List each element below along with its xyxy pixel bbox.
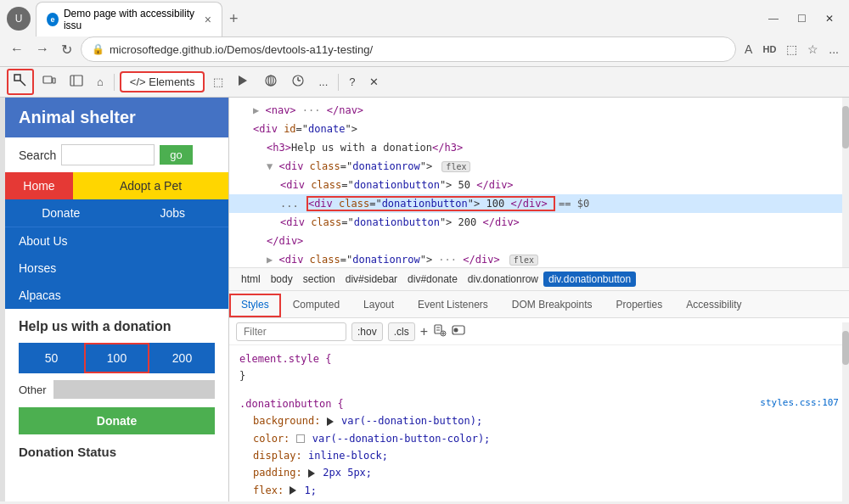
add-style-icon[interactable]: + bbox=[420, 324, 428, 339]
nav-alpacas-item[interactable]: Alpacas bbox=[5, 282, 228, 309]
filter-row: :hov .cls + bbox=[229, 318, 849, 345]
more-button[interactable]: ... bbox=[825, 39, 842, 59]
padding-triangle[interactable] bbox=[308, 469, 315, 478]
flex-triangle[interactable] bbox=[290, 486, 296, 495]
tab-layout[interactable]: Layout bbox=[351, 294, 406, 317]
breadcrumb-section[interactable]: section bbox=[298, 272, 340, 287]
styles-scrollbar-thumb[interactable] bbox=[842, 331, 849, 365]
tab-event-listeners[interactable]: Event Listeners bbox=[406, 294, 500, 317]
html-tree-scrollbar[interactable] bbox=[842, 98, 849, 267]
breadcrumb-div-donationbutton[interactable]: div.donationbutton bbox=[543, 272, 636, 287]
search-bar: Home Search go bbox=[5, 137, 228, 172]
inspect-element-button[interactable] bbox=[7, 69, 34, 95]
donation-100-button[interactable]: 100 bbox=[84, 343, 149, 373]
browser-chrome: U e Demo page with accessibility issu × … bbox=[0, 0, 849, 67]
maximize-button[interactable]: ☐ bbox=[789, 9, 815, 28]
new-tab-button[interactable]: + bbox=[222, 7, 245, 31]
filter-hov-btn[interactable]: :hov bbox=[351, 322, 383, 341]
devtools-panel: ▶ <nav> ··· </nav> <div id="donate"> <h3… bbox=[229, 98, 849, 501]
forward-button[interactable]: → bbox=[32, 38, 53, 60]
tree-line-nav[interactable]: ▶ <nav> ··· </nav> bbox=[229, 101, 849, 120]
tab-close-icon[interactable]: × bbox=[205, 13, 211, 26]
profile-icon[interactable]: U bbox=[7, 7, 31, 31]
breadcrumb-html[interactable]: html bbox=[236, 272, 266, 287]
tree-line-btn-200[interactable]: <div class="donationbutton"> 200 </div> bbox=[229, 213, 849, 232]
network-button[interactable] bbox=[259, 70, 283, 93]
new-style-rule-icon[interactable] bbox=[433, 323, 447, 339]
tab-styles[interactable]: Styles bbox=[229, 294, 281, 317]
css-prop-background: background: var(--donation-button); bbox=[239, 412, 839, 429]
resize-handle[interactable] bbox=[0, 98, 5, 501]
back-button[interactable]: ← bbox=[7, 38, 27, 60]
filter-input[interactable] bbox=[236, 322, 346, 341]
inspect-icon bbox=[14, 74, 27, 87]
dt-separator-2 bbox=[338, 74, 339, 91]
tree-line-btn-100[interactable]: ... <div class="donationbutton"> 100 </d… bbox=[229, 194, 849, 213]
help-button[interactable]: ? bbox=[344, 72, 360, 92]
minimize-button[interactable]: — bbox=[760, 9, 787, 28]
other-input[interactable] bbox=[53, 380, 215, 399]
nav-bar: ← → ↻ 🔒 microsoftedge.github.io/Demos/de… bbox=[0, 32, 849, 66]
tree-line-donationrow-2[interactable]: ▶ <div class="donationrow"> ··· </div> f… bbox=[229, 250, 849, 267]
home-button[interactable]: ⌂ bbox=[92, 72, 109, 92]
nav-about-item[interactable]: About Us bbox=[5, 227, 228, 255]
toggle-all-classes-icon[interactable] bbox=[452, 323, 465, 339]
cast-button[interactable]: ⬚ bbox=[783, 39, 801, 59]
hd-button[interactable]: HD bbox=[759, 41, 779, 58]
console-button[interactable]: ⬚ bbox=[208, 72, 228, 92]
background-triangle[interactable] bbox=[327, 417, 334, 426]
css-prop-text-align: text-align: center; bbox=[239, 499, 839, 501]
tree-line-close-div[interactable]: </div> bbox=[229, 232, 849, 250]
active-tab[interactable]: e Demo page with accessibility issu × bbox=[36, 2, 222, 36]
sidebar-button[interactable] bbox=[65, 70, 88, 93]
breadcrumb-div-donationrow[interactable]: div.donationrow bbox=[463, 272, 543, 287]
close-button[interactable]: ✕ bbox=[817, 9, 842, 28]
breadcrumb-div-sidebar[interactable]: div#sidebar bbox=[340, 272, 402, 287]
color-swatch[interactable] bbox=[296, 434, 305, 443]
donation-50-button[interactable]: 50 bbox=[19, 343, 84, 373]
breadcrumb-div-donate[interactable]: div#donate bbox=[402, 272, 463, 287]
device-toolbar-button[interactable] bbox=[37, 70, 61, 93]
nav-adopt-item[interactable]: Adopt a Pet bbox=[73, 172, 228, 199]
tree-line-donationrow[interactable]: ▼ <div class="donationrow"> flex bbox=[229, 157, 849, 176]
font-button[interactable]: A bbox=[741, 39, 756, 59]
address-bar[interactable]: 🔒 microsoftedge.github.io/Demos/devtools… bbox=[81, 36, 736, 62]
tree-line-btn-50[interactable]: <div class="donationbutton"> 50 </div> bbox=[229, 176, 849, 194]
styles-scrollbar[interactable] bbox=[842, 322, 849, 501]
tab-computed[interactable]: Computed bbox=[281, 294, 351, 317]
html-tree-scrollbar-thumb[interactable] bbox=[842, 106, 849, 148]
devtools-close-button[interactable]: ✕ bbox=[364, 72, 384, 92]
donation-200-button[interactable]: 200 bbox=[149, 343, 215, 373]
tree-line-div-donate[interactable]: <div id="donate"> bbox=[229, 120, 849, 138]
tree-line-h3[interactable]: <h3>Help us with a donation</h3> bbox=[229, 138, 849, 157]
nav-row-1: Home Adopt a Pet bbox=[5, 172, 228, 199]
svg-rect-0 bbox=[14, 75, 20, 81]
nav-home-item[interactable]: Home bbox=[5, 172, 73, 199]
elements-panel-button[interactable]: </> Elements bbox=[120, 71, 205, 92]
refresh-button[interactable]: ↻ bbox=[58, 38, 76, 61]
css-prop-display: display: inline-block; bbox=[239, 447, 839, 464]
tab-dom-breakpoints[interactable]: DOM Breakpoints bbox=[500, 294, 604, 317]
nav-icons: A HD ⬚ ☆ ... bbox=[741, 39, 842, 59]
tab-properties[interactable]: Properties bbox=[604, 294, 675, 317]
filter-cls-btn[interactable]: .cls bbox=[388, 322, 415, 341]
tab-accessibility[interactable]: Accessibility bbox=[674, 294, 753, 317]
search-input[interactable] bbox=[61, 144, 155, 165]
css-prop-flex: flex: 1; bbox=[239, 482, 839, 499]
css-source-link[interactable]: styles.css:107 bbox=[760, 395, 839, 412]
performance-button[interactable] bbox=[286, 70, 310, 93]
tab-favicon: e bbox=[47, 13, 59, 26]
breadcrumb-body[interactable]: body bbox=[266, 272, 298, 287]
sources-icon bbox=[237, 74, 250, 87]
sources-button[interactable] bbox=[232, 70, 256, 93]
nav-jobs-item[interactable]: Jobs bbox=[117, 199, 229, 227]
favorite-button[interactable]: ☆ bbox=[804, 39, 822, 59]
nav-donate-item[interactable]: Donate bbox=[5, 199, 117, 227]
nav-horses-item[interactable]: Horses bbox=[5, 255, 228, 282]
more-tools-button[interactable]: ... bbox=[313, 72, 333, 92]
nav-menu: Home Adopt a Pet Donate Jobs About Us Ho… bbox=[5, 172, 228, 309]
tab-bar: e Demo page with accessibility issu × + bbox=[36, 2, 245, 36]
donate-submit-button[interactable]: Donate bbox=[19, 407, 215, 434]
search-go-button[interactable]: go bbox=[160, 145, 192, 165]
css-prop-color: color: var(--donation-button-color); bbox=[239, 430, 839, 447]
